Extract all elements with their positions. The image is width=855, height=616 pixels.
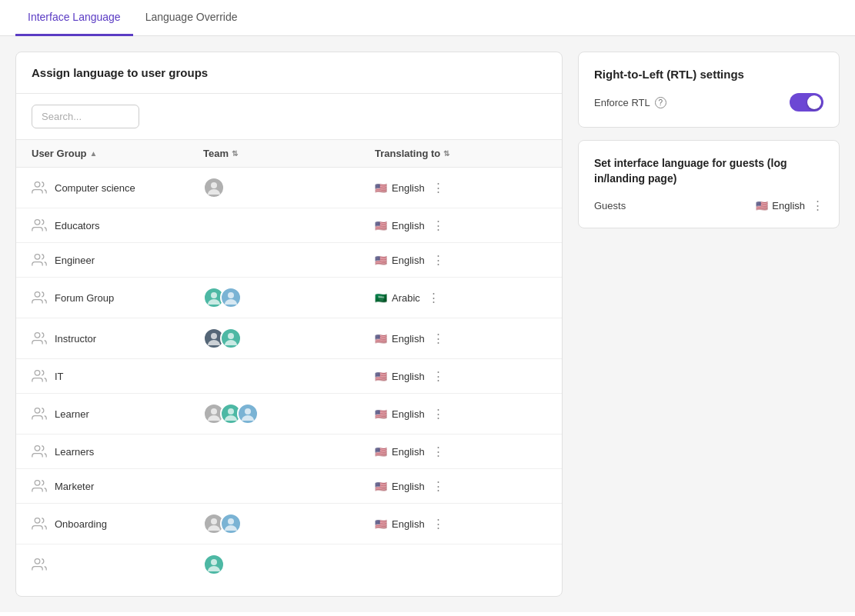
team-cell: [203, 177, 375, 198]
svg-point-6: [228, 292, 234, 298]
language-menu-icon[interactable]: ⋮: [433, 218, 444, 232]
team-cell: [203, 513, 375, 534]
search-container: [16, 94, 562, 140]
language-name: English: [392, 182, 425, 194]
avatar: [220, 287, 242, 308]
translating-cell: 🇺🇸 English ⋮: [375, 517, 546, 531]
users-icon: [32, 478, 47, 494]
guest-lang-menu[interactable]: ⋮: [812, 198, 823, 212]
svg-point-10: [35, 371, 40, 376]
translating-cell: 🇺🇸 English ⋮: [375, 218, 546, 232]
tab-language-override[interactable]: Language Override: [133, 0, 250, 36]
language-name: English: [392, 446, 425, 458]
user-group-name: IT: [55, 371, 64, 382]
team-cell: [203, 403, 375, 425]
svg-point-17: [35, 518, 40, 524]
table-row: Learner 🇺🇸 English ⋮: [16, 394, 562, 435]
user-group-name: Onboarding: [55, 518, 107, 530]
tabs-bar: Interface Language Language Override: [0, 0, 855, 36]
users-icon: [32, 368, 47, 384]
language-flag: 🇺🇸: [375, 220, 387, 231]
table-row: Forum Group 🇸🇦 Arabic ⋮: [16, 278, 562, 318]
language-menu-icon[interactable]: ⋮: [433, 479, 444, 493]
users-icon: [32, 218, 47, 233]
table-row: Marketer 🇺🇸 English ⋮: [16, 469, 562, 504]
translating-cell: 🇺🇸 English ⋮: [375, 253, 546, 267]
avatar-group: [203, 403, 259, 425]
team-cell: [203, 554, 375, 575]
user-group-cell: IT: [32, 368, 203, 384]
svg-point-16: [35, 481, 40, 486]
panel-title: Assign language to user groups: [16, 52, 562, 94]
users-icon: [32, 180, 47, 195]
team-cell: [203, 287, 375, 308]
svg-point-20: [35, 559, 40, 564]
user-group-cell: Instructor: [32, 331, 203, 346]
language-menu-icon[interactable]: ⋮: [433, 369, 444, 383]
language-name: English: [392, 255, 425, 266]
language-menu-icon[interactable]: ⋮: [428, 291, 439, 305]
users-icon: [32, 252, 47, 268]
language-menu-icon[interactable]: ⋮: [433, 181, 444, 195]
right-panel: Right-to-Left (RTL) settings Enforce RTL…: [578, 52, 840, 597]
svg-point-13: [228, 408, 234, 415]
language-name: English: [392, 518, 425, 530]
language-menu-icon[interactable]: ⋮: [433, 517, 444, 531]
table-row: Onboarding 🇺🇸 English ⋮: [16, 504, 562, 544]
language-menu-icon[interactable]: ⋮: [433, 407, 444, 421]
user-group-cell: Educators: [32, 218, 203, 233]
avatar: [220, 513, 242, 534]
search-input[interactable]: [32, 105, 139, 128]
rtl-title: Right-to-Left (RTL) settings: [594, 68, 823, 81]
translating-cell: 🇺🇸 English ⋮: [375, 331, 546, 345]
language-flag: 🇺🇸: [375, 446, 387, 458]
language-name: English: [392, 371, 425, 382]
svg-point-3: [35, 255, 40, 260]
avatar-group: [203, 177, 225, 198]
guest-language[interactable]: 🇺🇸 English ⋮: [756, 198, 823, 212]
translating-cell: 🇺🇸 English ⋮: [375, 181, 546, 195]
svg-point-9: [228, 333, 234, 339]
avatar-group: [203, 554, 225, 575]
avatar-group: [203, 287, 242, 308]
language-flag: 🇺🇸: [375, 255, 387, 266]
avatar: [237, 403, 259, 425]
language-flag: 🇺🇸: [375, 408, 387, 420]
svg-point-0: [35, 182, 40, 188]
col-team[interactable]: Team ⇅: [203, 148, 375, 159]
user-group-name: Engineer: [55, 255, 95, 266]
guest-card: Set interface language for guests (log i…: [578, 140, 840, 228]
guest-lang-text: English: [772, 200, 805, 211]
enforce-rtl-toggle[interactable]: [790, 93, 823, 112]
svg-point-14: [245, 408, 251, 415]
sort-icon-user-group: ▲: [90, 149, 98, 158]
table-row: IT 🇺🇸 English ⋮: [16, 359, 562, 394]
team-cell: [203, 328, 375, 349]
avatar-group: [203, 328, 242, 349]
language-name: English: [392, 220, 425, 231]
language-name: English: [392, 333, 425, 345]
table-row: Learners 🇺🇸 English ⋮: [16, 435, 562, 469]
svg-point-2: [35, 220, 40, 225]
col-translating-to[interactable]: Translating to ⇅: [375, 148, 546, 159]
language-flag: 🇺🇸: [375, 333, 387, 345]
guest-title: Set interface language for guests (log i…: [594, 156, 823, 186]
col-user-group[interactable]: User Group ▲: [32, 148, 203, 159]
user-group-name: Learners: [55, 446, 94, 458]
user-group-name: Instructor: [55, 333, 96, 345]
language-menu-icon[interactable]: ⋮: [433, 253, 444, 267]
language-flag: 🇺🇸: [375, 371, 387, 382]
language-flag: 🇺🇸: [375, 481, 387, 492]
user-group-cell: [32, 557, 203, 572]
user-group-name: Forum Group: [55, 292, 114, 304]
table-row: Educators 🇺🇸 English ⋮: [16, 208, 562, 243]
language-menu-icon[interactable]: ⋮: [433, 331, 444, 345]
help-icon[interactable]: ?: [655, 97, 666, 108]
user-group-cell: Onboarding: [32, 516, 203, 531]
tab-interface-language[interactable]: Interface Language: [15, 0, 133, 36]
user-group-cell: Forum Group: [32, 290, 203, 305]
avatar: [203, 177, 225, 198]
language-menu-icon[interactable]: ⋮: [433, 445, 444, 458]
svg-point-1: [211, 182, 217, 188]
table-row: Computer science 🇺🇸 English ⋮: [16, 168, 562, 208]
